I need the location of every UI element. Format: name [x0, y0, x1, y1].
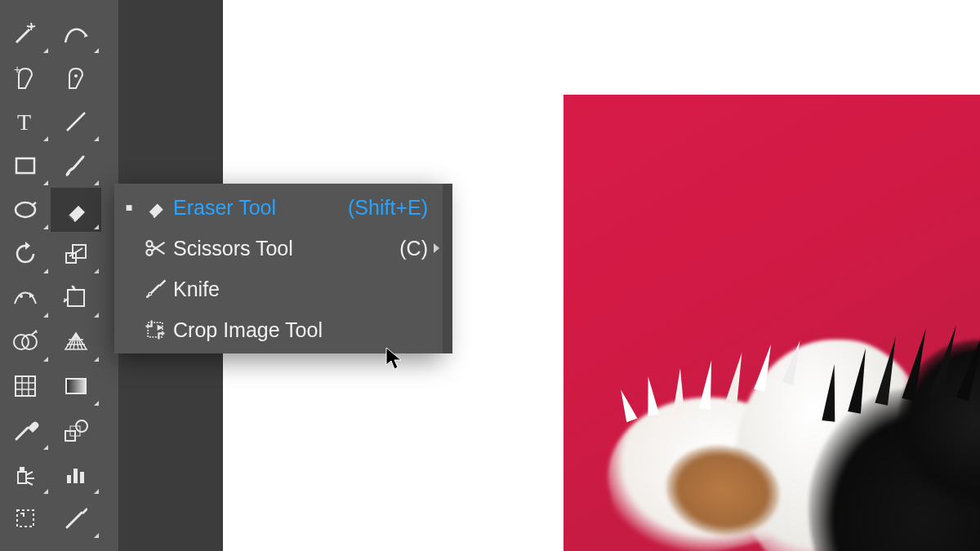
flyout-drag-strip[interactable]: [443, 184, 452, 353]
toolbar: + T: [0, 0, 118, 551]
tool-magic-wand[interactable]: [0, 11, 51, 56]
artboard-icon: [11, 504, 39, 532]
tool-add-anchor-pen[interactable]: +: [0, 56, 51, 100]
tool-slice[interactable]: [51, 496, 101, 540]
mesh-icon: [11, 372, 39, 400]
tool-column-graph[interactable]: [51, 452, 101, 496]
tool-paintbrush[interactable]: [51, 144, 101, 188]
svg-rect-21: [17, 510, 33, 527]
svg-rect-4: [16, 158, 34, 173]
rectangle-icon: [11, 152, 39, 180]
tool-delete-anchor-pen[interactable]: [51, 56, 101, 100]
tool-eraser[interactable]: [51, 188, 101, 232]
symbol-sprayer-icon: [11, 460, 39, 488]
tool-perspective-grid[interactable]: [51, 320, 101, 364]
tool-shape-builder[interactable]: [0, 320, 51, 364]
svg-rect-13: [66, 379, 86, 393]
tool-curvature[interactable]: [51, 11, 101, 56]
canvas-image[interactable]: [564, 95, 980, 551]
svg-text:T: T: [17, 109, 31, 135]
flyout-item-shortcut: (C): [399, 237, 428, 260]
svg-rect-17: [20, 467, 24, 472]
knife-icon: [137, 277, 173, 301]
flyout-item-label: Knife: [173, 278, 416, 301]
shaper-icon: [11, 196, 39, 224]
tool-rectangle[interactable]: [0, 144, 51, 188]
slice-icon: [62, 504, 90, 532]
svg-rect-19: [74, 469, 78, 483]
crop-icon: [137, 318, 173, 342]
tool-scale[interactable]: [51, 232, 101, 276]
tool-blend[interactable]: [51, 408, 101, 452]
flyout-item-shortcut: (Shift+E): [348, 196, 428, 220]
submenu-arrow-icon: [434, 243, 439, 253]
tool-artboard[interactable]: [0, 496, 51, 540]
svg-rect-25: [148, 322, 163, 337]
flyout-item-knife[interactable]: Knife: [114, 269, 443, 309]
eyedropper-icon: [11, 416, 39, 444]
svg-point-1: [74, 74, 78, 78]
perspective-grid-icon: [62, 328, 90, 356]
svg-rect-9: [68, 290, 84, 306]
paintbrush-icon: [62, 152, 90, 180]
tool-free-transform[interactable]: [51, 276, 101, 320]
width-icon: [11, 284, 39, 312]
tool-rotate[interactable]: [0, 232, 51, 276]
tool-mesh[interactable]: [0, 364, 51, 408]
tool-hand[interactable]: [0, 540, 51, 551]
svg-rect-20: [80, 472, 84, 483]
svg-point-24: [149, 292, 152, 295]
scale-icon: [62, 240, 90, 268]
tool-width[interactable]: [0, 276, 51, 320]
eraser-tool-flyout: ■ Eraser Tool (Shift+E) Scissors Tool (C…: [114, 184, 443, 353]
svg-rect-7: [73, 245, 86, 258]
magic-wand-icon: [11, 20, 39, 47]
blend-icon: [62, 416, 90, 444]
line-segment-icon: [62, 108, 90, 136]
free-transform-icon: [62, 284, 90, 312]
column-graph-icon: [62, 460, 90, 488]
tool-shaper[interactable]: [0, 188, 51, 232]
tool-type[interactable]: T: [0, 100, 51, 144]
tool-line-segment[interactable]: [51, 100, 101, 144]
svg-rect-12: [16, 376, 35, 396]
gradient-icon: [62, 372, 90, 400]
tool-eyedropper[interactable]: [0, 408, 51, 452]
flyout-item-label: Crop Image Tool: [173, 318, 416, 342]
add-anchor-pen-icon: +: [11, 64, 39, 91]
tool-gradient[interactable]: [51, 364, 101, 408]
type-icon: T: [11, 108, 39, 136]
svg-text:+: +: [14, 64, 20, 76]
tool-empty: [51, 540, 101, 551]
flyout-item-eraser[interactable]: ■ Eraser Tool (Shift+E): [114, 187, 443, 228]
tool-symbol-sprayer[interactable]: [0, 452, 51, 496]
curvature-icon: [62, 20, 90, 47]
flyout-item-label: Scissors Tool: [173, 237, 388, 260]
flyout-item-crop[interactable]: Crop Image Tool: [114, 309, 443, 350]
flyout-item-label: Eraser Tool: [173, 196, 336, 220]
pen-icon: [62, 64, 90, 91]
svg-line-3: [67, 113, 85, 131]
shape-builder-icon: [11, 328, 39, 356]
eraser-icon: [137, 195, 173, 220]
rotate-icon: [11, 240, 39, 268]
flyout-check-icon: ■: [121, 201, 137, 214]
svg-point-8: [20, 295, 23, 298]
svg-rect-18: [67, 475, 71, 483]
flyout-item-scissors[interactable]: Scissors Tool (C): [114, 228, 443, 269]
scissors-icon: [137, 236, 173, 260]
eraser-icon: [62, 196, 90, 224]
